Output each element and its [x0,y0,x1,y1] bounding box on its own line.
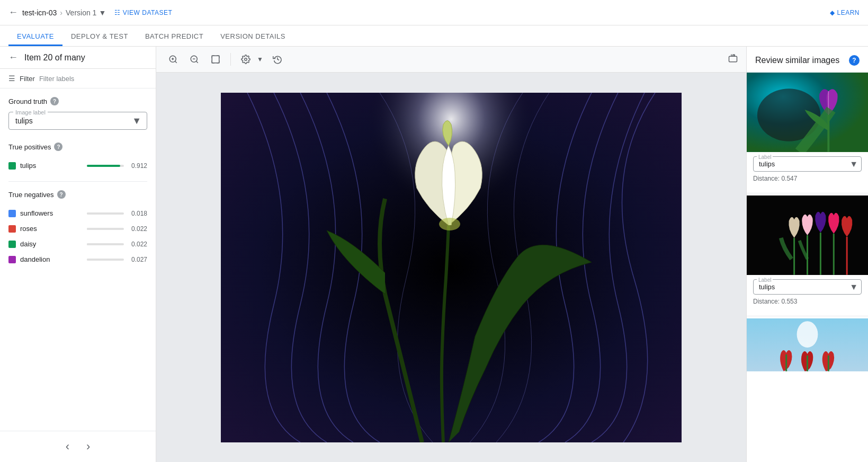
right-panel: Review similar images ? [746,47,868,462]
tab-evaluate[interactable]: EVALUATE [8,32,62,46]
similar-image-1-distance: Distance: 0.547 [747,174,868,186]
similar-image-3-thumb[interactable] [747,318,868,371]
learn-icon: ◆ [830,9,835,16]
true-negative-row-daisy: daisy 0.022 [8,240,147,248]
ground-truth-help-icon[interactable]: ? [50,97,59,105]
image-label-field[interactable]: Image label tulips ▼ [8,112,147,130]
tulips-bar [87,165,124,167]
back-button[interactable]: ← [8,7,18,18]
main-image [221,93,682,442]
true-negatives-section: True negatives ? sunflowers 0.018 roses [0,182,156,275]
learn-button[interactable]: ◆ LEARN [830,9,860,16]
roses-bar [87,228,124,230]
similar-2-arrow-icon[interactable]: ▼ [849,282,858,292]
tab-deploy-test[interactable]: DEPLOY & TEST [62,32,137,46]
svg-line-1 [175,61,176,63]
caption-button[interactable] [728,54,738,65]
back-item-button[interactable]: ← [8,52,18,63]
zoom-in-button[interactable] [165,51,182,68]
ground-truth-section: Ground truth ? Image label tulips ▼ [0,88,156,138]
sunflowers-label: sunflowers [20,209,87,217]
true-positives-section: True positives ? tulips 0.912 [0,138,156,181]
similar-image-2-distance: Distance: 0.553 [747,297,868,309]
daisy-label: daisy [20,240,87,248]
right-panel-header: Review similar images ? [747,47,868,73]
project-title[interactable]: test-icn-03 [22,8,57,17]
ground-truth-title: Ground truth ? [8,97,147,105]
dandelion-label: dandelion [20,255,87,263]
main-layout: ← Item 20 of many ☰ Filter Filter labels… [0,47,868,462]
similar-image-card-1: Label tulips ▼ Distance: 0.547 [747,73,868,193]
similar-image-2-thumb[interactable] [747,196,868,275]
version-selector[interactable]: Version 1 ▼ [66,8,106,17]
similar-image-2-label-field[interactable]: Label tulips ▼ [753,279,862,295]
sidebar-header: ← Item 20 of many [0,47,156,69]
dandelion-bar [87,259,124,261]
tulips-label: tulips [20,162,87,170]
similar-2-label-value: tulips [759,283,775,291]
tulips-color-indicator [8,162,16,170]
true-negative-row-dandelion: dandelion 0.027 [8,255,147,263]
filter-icon: ☰ [8,74,15,83]
fit-screen-button[interactable] [207,51,224,68]
settings-dropdown-button[interactable]: ▼ [255,51,265,68]
item-nav: ‹ › [0,431,156,462]
image-label-arrow-icon[interactable]: ▼ [132,116,141,127]
top-nav: ← test-icn-03 › Version 1 ▼ ☷ VIEW DATAS… [0,0,868,25]
true-negative-row-sunflowers: sunflowers 0.018 [8,209,147,217]
settings-chevron-icon: ▼ [257,56,263,63]
true-negative-row-roses: roses 0.022 [8,225,147,233]
svg-point-8 [245,58,247,61]
svg-rect-7 [212,56,219,63]
svg-point-15 [439,218,460,230]
tab-batch-predict[interactable]: BATCH PREDICT [137,32,212,46]
tab-version-details[interactable]: VERSION DETAILS [212,32,294,46]
image-label-legend: Image label [13,109,48,116]
sunflowers-color-indicator [8,210,16,217]
sidebar: ← Item 20 of many ☰ Filter Filter labels… [0,47,156,462]
similar-image-1-label-field[interactable]: Label tulips ▼ [753,156,862,172]
similar-1-arrow-icon[interactable]: ▼ [849,159,858,169]
right-panel-help-icon[interactable]: ? [849,55,860,66]
true-negatives-help-icon[interactable]: ? [57,190,66,199]
image-label-value: tulips [15,117,33,125]
daisy-bar [87,243,124,245]
true-positives-help-icon[interactable]: ? [54,143,62,151]
similar-image-card-3 [747,318,868,378]
filter-bar: ☰ Filter Filter labels [0,69,156,88]
roses-color-indicator [8,225,16,233]
daisy-color-indicator [8,241,16,248]
next-item-button[interactable]: › [86,440,90,454]
right-panel-title: Review similar images [755,56,839,65]
settings-button[interactable] [237,51,254,68]
history-button[interactable] [269,51,286,68]
svg-point-26 [797,321,818,348]
dandelion-color-indicator [8,256,16,263]
zoom-out-button[interactable] [186,51,203,68]
chevron-down-icon: ▼ [99,8,106,17]
tulips-score: 0.912 [128,162,147,170]
dandelion-score: 0.027 [128,256,147,263]
main-image-svg [221,93,682,442]
svg-rect-9 [729,56,737,62]
item-title: Item 20 of many [24,53,85,63]
roses-score: 0.022 [128,225,147,233]
similar-1-label-legend: Label [757,154,773,160]
dataset-icon: ☷ [114,9,121,16]
toolbar-separator-1 [230,53,231,66]
breadcrumb: test-icn-03 › Version 1 ▼ [22,8,106,17]
view-dataset-button[interactable]: ☷ VIEW DATASET [114,9,172,16]
svg-line-5 [196,61,198,63]
toolbar: ▼ [156,47,746,73]
similar-1-label-value: tulips [759,160,775,168]
similar-2-label-legend: Label [757,277,773,283]
filter-label[interactable]: Filter [20,75,35,83]
sunflowers-bar [87,212,124,215]
daisy-score: 0.022 [128,241,147,248]
image-container [156,73,746,462]
filter-labels[interactable]: Filter labels [39,75,74,83]
sunflowers-score: 0.018 [128,210,147,217]
roses-label: roses [20,225,87,233]
prev-item-button[interactable]: ‹ [66,440,69,454]
similar-image-1-thumb[interactable] [747,73,868,152]
